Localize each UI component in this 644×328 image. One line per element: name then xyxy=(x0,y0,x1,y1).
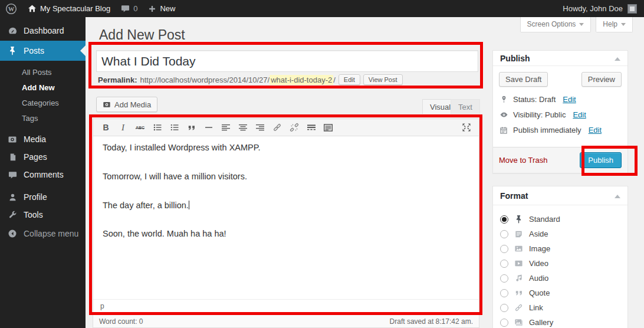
dashboard-icon xyxy=(7,26,18,36)
italic-button[interactable]: I xyxy=(115,120,131,135)
sidebar-item-add-new[interactable]: Add New xyxy=(0,80,86,95)
radio-unchecked[interactable] xyxy=(500,245,508,253)
site-name-label: My Spectacular Blog xyxy=(40,4,110,13)
format-box-header[interactable]: Format xyxy=(493,186,627,205)
sidebar-item-label: Dashboard xyxy=(24,26,64,35)
align-left-button[interactable] xyxy=(218,120,234,135)
permalink-row: Permalink: http://localhost/wordpress/20… xyxy=(98,73,403,87)
sidebar-item-label: Tools xyxy=(24,210,43,219)
bulleted-list-button[interactable] xyxy=(149,120,165,135)
video-icon xyxy=(514,259,524,268)
remove-link-button[interactable] xyxy=(286,120,302,135)
sidebar-item-media[interactable]: Media xyxy=(0,130,86,148)
sidebar-item-categories[interactable]: Categories xyxy=(0,95,86,110)
editor-toolbar: B I ABC xyxy=(93,119,479,136)
editor-content-area[interactable]: Today, I installed Wordpress with XAMPP.… xyxy=(93,136,479,299)
sidebar-item-tags[interactable]: Tags xyxy=(0,110,86,126)
post-status-info: Word count: 0 Draft saved at 8:17:42 am. xyxy=(93,315,479,328)
editor-paragraph: The day after, a billion. xyxy=(103,199,469,212)
editor-paragraph: Today, I installed Wordpress with XAMPP. xyxy=(103,142,469,155)
edit-visibility-link[interactable]: Edit xyxy=(573,110,586,119)
comments-icon xyxy=(7,170,18,179)
view-post-button[interactable]: View Post xyxy=(363,74,403,85)
format-option-image[interactable]: Image xyxy=(500,241,620,256)
gallery-icon xyxy=(514,318,524,327)
post-status-row: Status: Draft Edit xyxy=(499,95,622,104)
edit-permalink-button[interactable]: Edit xyxy=(339,74,360,85)
sidebar-item-collapse-menu[interactable]: Collapse menu xyxy=(0,225,86,242)
toolbar-toggle-button[interactable] xyxy=(320,120,336,135)
pushpin-icon xyxy=(7,46,18,55)
svg-text:W: W xyxy=(8,6,15,12)
edit-schedule-link[interactable]: Edit xyxy=(589,126,602,135)
strikethrough-button[interactable]: ABC xyxy=(132,120,148,135)
format-option-aside[interactable]: Aside xyxy=(500,227,620,241)
sidebar-item-all-posts[interactable]: All Posts xyxy=(0,64,86,80)
sidebar-item-comments[interactable]: Comments xyxy=(0,166,86,183)
post-title-input[interactable] xyxy=(96,50,478,72)
word-count: Word count: 0 xyxy=(99,317,143,326)
format-option-video[interactable]: Video xyxy=(500,256,620,271)
format-option-quote[interactable]: Quote xyxy=(500,286,620,300)
publish-box-header[interactable]: Publish xyxy=(493,51,627,66)
radio-unchecked[interactable] xyxy=(500,289,508,297)
visual-editor: B I ABC xyxy=(93,119,479,313)
radio-unchecked[interactable] xyxy=(500,260,508,268)
align-center-button[interactable] xyxy=(235,120,251,135)
collapse-toggle-icon[interactable] xyxy=(615,192,620,198)
add-media-icon xyxy=(103,100,111,109)
horizontal-rule-button[interactable] xyxy=(201,120,216,135)
edit-status-link[interactable]: Edit xyxy=(563,95,576,104)
aside-icon xyxy=(514,229,524,238)
radio-unchecked[interactable] xyxy=(500,230,508,238)
blockquote-button[interactable] xyxy=(183,120,199,135)
new-label: New xyxy=(160,4,175,13)
radio-unchecked[interactable] xyxy=(500,274,508,283)
major-publishing-actions: Move to Trash Publish xyxy=(493,147,627,173)
wordpress-logo-icon[interactable]: W xyxy=(0,0,22,17)
chevron-down-icon xyxy=(579,23,584,28)
numbered-list-button[interactable] xyxy=(166,120,182,135)
admin-bar-account[interactable]: Howdy, John Doe xyxy=(563,4,644,14)
move-to-trash-link[interactable]: Move to Trash xyxy=(499,156,547,165)
sidebar-item-profile[interactable]: Profile xyxy=(0,188,86,206)
more-tag-button[interactable] xyxy=(303,120,319,135)
autosave-status: Draft saved at 8:17:42 am. xyxy=(390,317,473,326)
collapse-icon xyxy=(7,229,18,238)
preview-button[interactable]: Preview xyxy=(581,72,622,87)
align-right-button[interactable] xyxy=(252,120,268,135)
chevron-down-icon xyxy=(621,23,626,28)
sidebar-item-posts[interactable]: Posts xyxy=(0,41,86,61)
comment-bubble-icon xyxy=(121,4,130,13)
radio-unchecked[interactable] xyxy=(500,304,508,312)
collapse-toggle-icon[interactable] xyxy=(615,54,620,61)
format-option-audio[interactable]: Audio xyxy=(500,271,620,286)
permalink-slug[interactable]: what-i-did-today-2 xyxy=(270,75,333,85)
admin-bar: W My Spectacular Blog 0 New Howdy, John … xyxy=(0,0,644,17)
format-option-gallery[interactable]: Gallery xyxy=(500,315,620,328)
screen-options-button[interactable]: Screen Options xyxy=(520,17,592,32)
add-media-button[interactable]: Add Media xyxy=(96,97,157,112)
publish-button[interactable]: Publish xyxy=(580,152,622,168)
save-draft-button[interactable]: Save Draft xyxy=(499,72,548,87)
format-option-link[interactable]: Link xyxy=(500,300,620,315)
insert-link-button[interactable] xyxy=(269,120,285,135)
tab-text[interactable]: Text xyxy=(451,99,480,114)
sidebar-item-pages[interactable]: Pages xyxy=(0,148,86,166)
permalink-base: http://localhost/wordpress/2014/10/27/ xyxy=(140,76,270,84)
sidebar-item-dashboard[interactable]: Dashboard xyxy=(0,21,86,41)
page-title: Add New Post xyxy=(99,27,185,43)
radio-checked[interactable] xyxy=(500,215,508,224)
sidebar-item-label: Collapse menu xyxy=(24,229,78,238)
distraction-free-icon[interactable] xyxy=(458,120,474,135)
admin-bar-new[interactable]: New xyxy=(143,0,180,17)
admin-bar-comments[interactable]: 0 xyxy=(116,0,143,17)
help-button[interactable]: Help xyxy=(596,17,633,32)
avatar xyxy=(627,4,637,14)
format-option-standard[interactable]: Standard xyxy=(500,212,620,227)
sidebar-item-tools[interactable]: Tools xyxy=(0,206,86,224)
site-name-link[interactable]: My Spectacular Blog xyxy=(22,0,116,17)
wrench-icon xyxy=(7,211,18,219)
bold-button[interactable]: B xyxy=(98,120,114,135)
radio-unchecked[interactable] xyxy=(500,319,508,327)
